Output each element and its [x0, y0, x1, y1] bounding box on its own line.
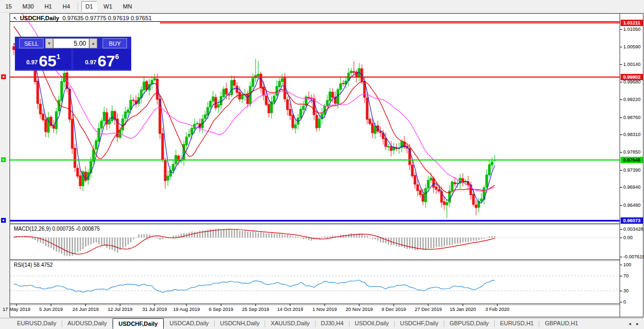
macd-histogram-bar — [284, 235, 285, 238]
candle-body — [111, 111, 113, 121]
macd-histogram-bar — [226, 229, 227, 238]
macd-histogram-bar — [239, 231, 240, 238]
timeframe-button-H4[interactable]: H4 — [58, 1, 74, 12]
candle-body — [443, 201, 445, 204]
chart-tab-EURUSD-Daily[interactable]: EURUSD,Daily — [12, 318, 62, 329]
macd-histogram-bar — [361, 234, 362, 238]
sell-button[interactable]: SELL — [19, 38, 44, 48]
macd-histogram-bar — [210, 229, 211, 238]
macd-histogram-bar — [385, 238, 386, 243]
price-badge-1.01211: 1.01211 — [621, 20, 643, 26]
buy-price-base: 0.97 — [85, 60, 96, 68]
scale-tick — [620, 291, 622, 291]
candle-body — [486, 175, 488, 187]
chart-tab-EURUSD-H1[interactable]: EURUSD,H1 — [495, 318, 539, 329]
timeframe-button-MN[interactable]: MN — [118, 1, 136, 12]
candle-body — [39, 104, 41, 114]
timeframe-button-15[interactable]: 15 — [1, 1, 16, 12]
candle-body — [236, 86, 238, 92]
macd-histogram-bar — [460, 238, 461, 243]
volume-increase-icon[interactable]: ▲ — [89, 38, 97, 48]
macd-histogram-bar — [32, 238, 33, 239]
candle-body — [154, 78, 156, 80]
macd-histogram-bar — [77, 238, 78, 252]
candle-body — [164, 160, 166, 181]
macd-histogram-bar — [165, 238, 166, 238]
macd-histogram-bar — [298, 237, 299, 238]
macd-histogram-bar — [85, 238, 86, 247]
macd-histogram-bar — [104, 238, 105, 246]
price-scale[interactable]: 1.010501.005901.001400.996800.992200.987… — [620, 14, 643, 317]
scale-tick — [620, 265, 622, 265]
chart-tab-DJ30-H4[interactable]: DJ30,H4 — [316, 318, 349, 329]
chart-ohlc-values: 0.97635 0.97775 0.97619 0.97651 — [62, 15, 151, 21]
timeframe-button-M30[interactable]: M30 — [18, 1, 38, 12]
chart-tab-USDCNH-Daily[interactable]: USDCNH,Daily — [215, 318, 265, 329]
rsi-scale-label: 100 — [623, 262, 631, 267]
chart-tab-USDCAD-Daily[interactable]: USDCAD,Daily — [164, 318, 214, 329]
macd-histogram-bar — [236, 230, 238, 238]
scale-tick — [620, 238, 622, 238]
candle-body — [438, 190, 440, 191]
timeframe-button-D1[interactable]: D1 — [81, 1, 97, 12]
line-anchor-0.97648[interactable] — [1, 157, 6, 162]
macd-histogram-bar — [151, 237, 152, 238]
candle-body — [483, 188, 485, 199]
volume-decrease-icon[interactable]: ▼ — [45, 38, 53, 48]
line-anchor-0.99802[interactable] — [1, 74, 6, 79]
candle-body — [77, 168, 79, 176]
chart-tab-USDCHF-Daily[interactable]: USDCHF,Daily — [395, 318, 444, 329]
scale-tick — [620, 134, 622, 135]
chart-tab-XAUUSD-Daily[interactable]: XAUUSD,Daily — [265, 318, 315, 329]
price-tick-label: 0.99220 — [623, 97, 641, 102]
line-anchor-0.96073[interactable] — [1, 218, 6, 223]
macd-histogram-bar — [484, 238, 485, 239]
tab-scroll-left-icon[interactable]: ◂ — [629, 321, 631, 326]
macd-histogram-bar — [96, 238, 97, 242]
candle-body — [231, 80, 233, 95]
macd-histogram-bar — [420, 238, 421, 249]
scale-tick — [620, 205, 622, 206]
candle-body — [454, 182, 456, 184]
chart-tab-USDCHF-Daily[interactable]: USDCHF,Daily — [113, 318, 164, 329]
macd-histogram-bar — [380, 238, 381, 242]
sell-price-box[interactable]: 0.97 65 1 — [15, 49, 71, 69]
date-label: 1 Nov 2019 — [312, 307, 337, 312]
one-click-trading-panel: SELL ▼ ▲ BUY 0.97 65 1 0.97 67 6 — [15, 37, 131, 71]
tab-scroll-right-icon[interactable]: ▸ — [636, 321, 639, 326]
macd-histogram-bar — [287, 235, 288, 238]
macd-histogram-bar — [66, 238, 67, 256]
volume-input[interactable] — [53, 38, 89, 48]
scale-tick — [620, 229, 622, 230]
macd-histogram-bar — [303, 238, 304, 239]
price-tick-label: 0.97390 — [623, 167, 641, 173]
scale-tick — [620, 82, 622, 82]
macd-histogram-bar — [327, 237, 328, 238]
macd-histogram-bar — [367, 235, 368, 238]
chart-tab-AUDUSD-Daily[interactable]: AUDUSD,Daily — [62, 318, 112, 329]
timeframe-button-W1[interactable]: W1 — [99, 1, 117, 12]
rsi-scale-label: 30 — [623, 288, 629, 293]
buy-button[interactable]: BUY — [103, 38, 127, 48]
candle-body — [369, 119, 371, 124]
candle-body — [355, 72, 358, 77]
candle-body — [268, 104, 270, 113]
candle-body — [252, 78, 254, 86]
candle-body — [308, 97, 310, 98]
macd-histogram-bar — [329, 236, 331, 238]
candle-body — [281, 79, 283, 81]
toolbar-separator — [78, 2, 78, 11]
chart-tab-GBPAUD-H1[interactable]: GBPAUD,H1 — [539, 318, 583, 329]
price-tick-label: 0.96480 — [623, 203, 641, 208]
buy-price-box[interactable]: 0.97 67 6 — [73, 49, 131, 69]
chart-tab-USDOil-Daily[interactable]: USDOil,Daily — [350, 318, 394, 329]
macd-histogram-bar — [441, 238, 442, 247]
timeframe-button-H1[interactable]: H1 — [40, 1, 56, 12]
candle-body — [233, 80, 235, 86]
trading-terminal: 15M30H1H4D1W1MN ↖USDCHF,Daily 0.97635 0.… — [0, 0, 644, 329]
date-label: 6 Sep 2019 — [209, 307, 233, 312]
macd-histogram-bar — [69, 238, 70, 256]
chart-tab-GBPUSD-Daily[interactable]: GBPUSD,Daily — [444, 318, 494, 329]
macd-histogram-bar — [250, 232, 251, 238]
macd-histogram-bar — [446, 238, 447, 246]
